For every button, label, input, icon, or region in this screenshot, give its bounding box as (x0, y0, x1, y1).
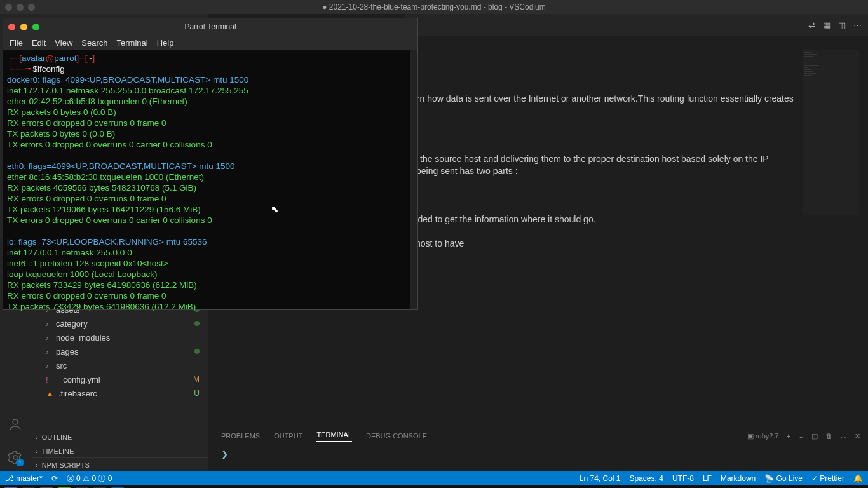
timeline-section[interactable]: ›TIMELINE (31, 444, 208, 458)
terminal-output[interactable]: ┌─[avatar@parrot]─[~] └──╼ $ifconfig doc… (3, 50, 417, 315)
settings-badge: 1 (16, 459, 24, 466)
terminal-scrollbar[interactable] (410, 50, 417, 309)
chevron-right-icon: › (46, 333, 52, 342)
compare-changes-icon[interactable]: ⇄ (808, 20, 815, 30)
chevron-right-icon: › (46, 361, 52, 370)
open-preview-icon[interactable]: ▦ (823, 20, 831, 30)
panel-tabs: PROBLEMS OUTPUT TERMINAL DEBUG CONSOLE ▣… (208, 426, 868, 445)
terminal-window: Parrot Terminal File Edit View Search Te… (3, 18, 418, 310)
minimize-icon[interactable] (20, 24, 27, 30)
go-live-button[interactable]: 📡 Go Live (764, 474, 803, 483)
problems-counter[interactable]: ⓧ 0 ⚠ 0 ⓘ 0 (67, 473, 112, 484)
yaml-file-icon: ! (46, 375, 55, 384)
more-actions-icon[interactable]: ⋯ (853, 20, 862, 30)
tab-debug-console[interactable]: DEBUG CONSOLE (366, 432, 427, 440)
close-icon[interactable] (8, 24, 15, 30)
minimap[interactable]: ▬▬▬▬▬▬▬▬▬▬▬▬▬▬▬▬▬▬▬▬▬▬▬▬▬▬▬▬▬▬▬▬▬▬▬▬▬▬▬▬… (803, 50, 859, 215)
terminal-shell-label[interactable]: ▣ ruby2.7 (747, 432, 779, 440)
sync-icon[interactable]: ⟳ (51, 474, 58, 483)
terminal-content[interactable]: ❯ (208, 445, 868, 463)
tab-terminal[interactable]: TERMINAL (316, 431, 352, 442)
npm-scripts-section[interactable]: ›NPM SCRIPTS (31, 458, 208, 471)
folder-node-modules[interactable]: ›node_modules (31, 330, 208, 344)
kill-terminal-icon[interactable]: 🗑 (825, 432, 832, 440)
notifications-icon[interactable]: 🔔 (853, 474, 863, 483)
maximize-icon[interactable] (32, 24, 39, 30)
close-panel-icon[interactable]: ✕ (855, 432, 860, 440)
cursor-position[interactable]: Ln 74, Col 1 (580, 474, 621, 483)
status-bar: ⎇ master* ⟳ ⓧ 0 ⚠ 0 ⓘ 0 Ln 74, Col 1 Spa… (0, 471, 868, 485)
chevron-right-icon: › (36, 433, 38, 441)
folder-src[interactable]: ›src (31, 358, 208, 372)
maximize-icon[interactable] (28, 4, 35, 11)
terminal-dropdown-icon[interactable]: ⌄ (798, 432, 804, 440)
menu-terminal[interactable]: Terminal (117, 38, 148, 48)
os-taskbar: ◆ ▣ ⬆ EN 🔊 🔋 Tue Sep 28, 5:49 AM (0, 485, 868, 488)
prettier-button[interactable]: ✓ Prettier (811, 474, 844, 483)
menu-edit[interactable]: Edit (32, 38, 46, 48)
new-terminal-icon[interactable]: + (787, 432, 790, 440)
git-untracked-label: U (194, 389, 200, 398)
menu-file[interactable]: File (10, 38, 23, 48)
terminal-titlebar[interactable]: Parrot Terminal (3, 18, 417, 35)
git-branch[interactable]: ⎇ master* (5, 474, 43, 483)
modified-indicator (194, 349, 200, 354)
bottom-panel: PROBLEMS OUTPUT TERMINAL DEBUG CONSOLE ▣… (208, 426, 868, 471)
settings-gear-icon[interactable]: 1 (8, 450, 23, 465)
split-terminal-icon[interactable]: ◫ (811, 432, 818, 440)
git-modified-label: M (193, 375, 200, 384)
folder-pages[interactable]: ›pages (31, 344, 208, 358)
chevron-right-icon: › (36, 447, 38, 455)
eol[interactable]: LF (703, 474, 712, 483)
indentation[interactable]: Spaces: 4 (630, 474, 663, 483)
chevron-right-icon: › (36, 461, 38, 469)
minimize-icon[interactable] (17, 4, 24, 11)
maximize-panel-icon[interactable]: ︿ (840, 431, 847, 441)
menu-search[interactable]: Search (81, 38, 107, 48)
chevron-right-icon: › (46, 319, 52, 329)
firebase-file-icon: ▲ (46, 389, 55, 398)
modified-indicator (194, 321, 200, 326)
tab-output[interactable]: OUTPUT (274, 432, 302, 440)
encoding[interactable]: UTF-8 (672, 474, 694, 483)
window-title: ● 2021-10-28-the-blue-team-protecting-yo… (322, 3, 545, 11)
tab-problems[interactable]: PROBLEMS (221, 432, 260, 440)
file-firebaserc[interactable]: ▲.firebasercU (31, 386, 208, 400)
terminal-title: Parrot Terminal (184, 22, 236, 31)
svg-point-8 (13, 419, 18, 424)
svg-point-9 (13, 456, 17, 459)
menu-help[interactable]: Help (157, 38, 174, 48)
window-titlebar: ● 2021-10-28-the-blue-team-protecting-yo… (0, 0, 868, 14)
accounts-icon[interactable] (8, 417, 23, 432)
window-controls[interactable] (5, 4, 35, 11)
file-config-yml[interactable]: !_config.ymlM (31, 372, 208, 386)
split-editor-icon[interactable]: ◫ (838, 20, 846, 30)
folder-category[interactable]: ›category (31, 316, 208, 330)
terminal-menubar: File Edit View Search Terminal Help (3, 35, 417, 50)
outline-section[interactable]: ›OUTLINE (31, 430, 208, 444)
menu-view[interactable]: View (55, 38, 72, 48)
chevron-right-icon: › (46, 347, 52, 356)
language-mode[interactable]: Markdown (721, 474, 756, 483)
editor-actions: ⇄ ▦ ◫ ⋯ (808, 20, 868, 30)
close-icon[interactable] (5, 4, 12, 11)
